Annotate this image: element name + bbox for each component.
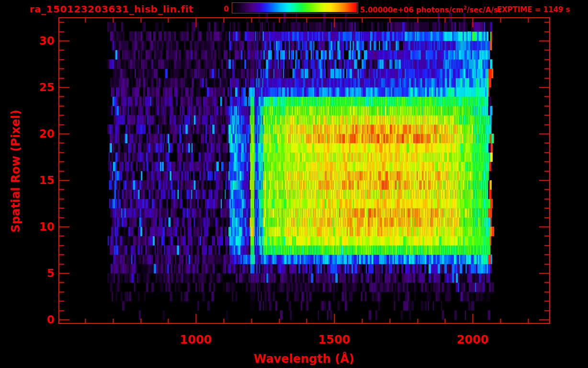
filename-title: ra_150123203631_hisb_lin.fit bbox=[30, 3, 193, 15]
exptime-label: EXPTIME = 1149 s bbox=[497, 5, 570, 14]
y-tick-label: 15 bbox=[19, 174, 55, 186]
y-tick-label: 30 bbox=[19, 34, 55, 47]
y-tick-label: 20 bbox=[19, 127, 55, 140]
x-axis-title: Wavelength (Å) bbox=[232, 352, 376, 366]
colorbar-max-label-sup: 2 bbox=[464, 5, 467, 11]
x-tick-label: 1500 bbox=[296, 333, 373, 346]
y-tick-label: 5 bbox=[19, 267, 55, 279]
colorbar-max-label-units: /sec/A/sr bbox=[467, 6, 501, 14]
x-tick-label: 1000 bbox=[158, 333, 234, 346]
colorbar bbox=[232, 2, 358, 13]
x-tick-label: 2000 bbox=[434, 333, 511, 346]
colorbar-max-label: 5.00000e+06 photons/cm2/sec/A/sr bbox=[360, 5, 501, 14]
y-tick-label: 10 bbox=[19, 220, 55, 233]
colorbar-gradient bbox=[232, 3, 357, 12]
colorbar-min-label: 0 bbox=[210, 5, 229, 13]
colorbar-max-label-text: 5.00000e+06 photons/cm bbox=[360, 6, 464, 14]
spectral-image-viewer: ra_150123203631_hisb_lin.fit 0 5.00000e+… bbox=[0, 0, 588, 368]
spectrum-heatmap-canvas bbox=[0, 0, 588, 368]
y-tick-label: 0 bbox=[19, 313, 55, 326]
y-tick-label: 25 bbox=[19, 81, 55, 93]
